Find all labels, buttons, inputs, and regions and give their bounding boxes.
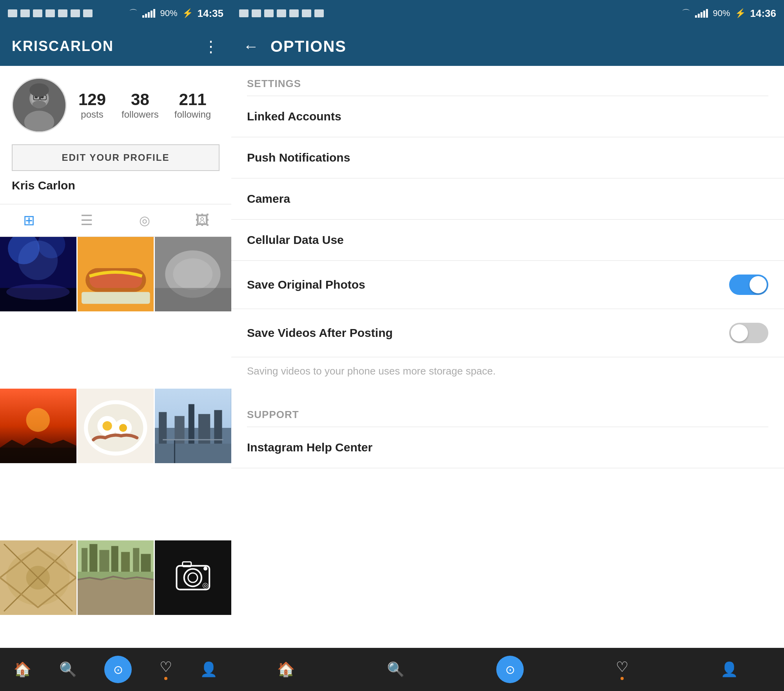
profile-name: Kris Carlon	[12, 179, 220, 192]
bottom-nav-right: 🏠 🔍 ⊙ ♡ 👤	[231, 648, 784, 691]
svg-rect-50	[89, 544, 97, 572]
save-videos-label: Save Videos After Posting	[247, 326, 393, 340]
posts-stat[interactable]: 129 posts	[78, 90, 106, 120]
wifi-icon-left: ⌒	[129, 7, 138, 19]
time-right: 14:36	[750, 7, 777, 20]
svg-rect-39	[189, 404, 194, 444]
svg-text:◎: ◎	[202, 581, 209, 589]
tagged-icon: 🖼	[195, 212, 209, 229]
tab-map[interactable]: ◎	[116, 208, 174, 233]
photo-icon	[8, 9, 17, 17]
photo-cell-9[interactable]: ◎	[155, 540, 231, 615]
photo-cell-2[interactable]	[78, 237, 154, 311]
bottom-nav-left: 🏠 🔍 ⊙ ♡ 👤	[0, 648, 231, 691]
svg-rect-53	[121, 552, 130, 571]
camera-nav-right[interactable]: ⊙	[496, 656, 524, 683]
linked-accounts-item[interactable]: Linked Accounts	[231, 96, 784, 137]
tab-grid[interactable]: ⊞	[0, 208, 58, 233]
camera-btn-left[interactable]: ⊙	[104, 656, 132, 683]
back-button[interactable]: ←	[243, 38, 259, 55]
check2-icon	[71, 9, 80, 17]
profile-stats: 129 posts 38 followers 211 following	[78, 90, 220, 120]
photo-grid: ◎	[0, 237, 231, 691]
followers-label: followers	[122, 109, 159, 120]
photo-cell-4[interactable]	[0, 389, 76, 463]
svg-point-32	[102, 421, 112, 431]
save-videos-track[interactable]	[729, 323, 768, 343]
videos-info-container: Saving videos to your phone uses more st…	[231, 357, 784, 389]
svg-rect-37	[159, 412, 167, 444]
profile-top: 129 posts 38 followers 211 following	[12, 78, 220, 133]
search-nav-right[interactable]: 🔍	[387, 661, 405, 678]
battery-percent-left: 90%	[160, 8, 177, 18]
search-icon-right: 🔍	[387, 661, 405, 678]
menu-dots-button[interactable]: ⋮	[203, 37, 220, 55]
profile-nav-right[interactable]: 👤	[720, 661, 738, 678]
followers-count: 38	[131, 90, 149, 109]
app-title: KRISCARLON	[12, 38, 114, 55]
photo-cell-1[interactable]	[0, 237, 76, 311]
status-icons-right	[239, 9, 324, 17]
options-title: OPTIONS	[270, 38, 347, 55]
followers-stat[interactable]: 38 followers	[122, 90, 159, 120]
home-nav-left[interactable]: 🏠	[14, 661, 31, 678]
svg-point-10	[29, 83, 49, 96]
home-icon-left: 🏠	[14, 661, 31, 678]
tab-list[interactable]: ☰	[58, 208, 116, 233]
svg-point-14	[18, 240, 58, 280]
likes-nav-left[interactable]: ♡	[160, 659, 172, 680]
profile-icon-right: 👤	[720, 661, 738, 678]
edit-profile-button[interactable]: EDIT YOUR PROFILE	[12, 144, 220, 171]
left-panel: ⌒ 90% ⚡ 14:35 KRISCARLON ⋮	[0, 0, 231, 691]
list-icon: ☰	[80, 212, 93, 229]
save-photos-thumb	[750, 276, 767, 293]
photo-tab-bar: ⊞ ☰ ◎ 🖼	[0, 204, 231, 237]
following-stat[interactable]: 211 following	[174, 90, 211, 120]
svg-rect-24	[155, 288, 231, 311]
svg-rect-54	[133, 548, 139, 572]
posts-label: posts	[81, 109, 103, 120]
svg-rect-20	[82, 292, 150, 304]
camera-item[interactable]: Camera	[231, 178, 784, 220]
save-photos-toggle[interactable]	[729, 275, 768, 295]
check3-icon	[83, 9, 93, 17]
svg-rect-41	[214, 410, 222, 444]
avatar-image	[13, 78, 65, 133]
heart-icon-right: ♡	[616, 659, 628, 675]
svg-point-62	[203, 567, 207, 571]
app-header-right: ← OPTIONS	[231, 27, 784, 66]
likes-nav-right[interactable]: ♡	[616, 659, 628, 680]
check-icon	[58, 9, 67, 17]
svg-point-2	[24, 111, 54, 133]
save-videos-toggle[interactable]	[729, 323, 768, 343]
likes-dot-left	[164, 677, 167, 680]
time-left: 14:35	[198, 7, 224, 20]
svg-point-9	[33, 101, 46, 108]
photo-cell-7[interactable]	[0, 540, 76, 615]
home-nav-right[interactable]: 🏠	[277, 661, 295, 678]
profile-icon-left: 👤	[200, 661, 218, 678]
save-photos-track[interactable]	[729, 275, 768, 295]
search-nav-left[interactable]: 🔍	[59, 661, 77, 678]
tab-tagged[interactable]: 🖼	[174, 208, 232, 233]
status-bar-right: ⌒ 90% ⚡ 14:36	[231, 0, 784, 27]
photo-cell-6[interactable]	[155, 389, 231, 463]
save-photos-item[interactable]: Save Original Photos	[231, 261, 784, 309]
svg-rect-49	[82, 548, 87, 572]
photo-cell-3[interactable]	[155, 237, 231, 311]
cellular-data-item[interactable]: Cellular Data Use	[231, 220, 784, 261]
camera-btn-right[interactable]: ⊙	[496, 656, 524, 683]
shazam-icon	[33, 9, 42, 17]
profile-nav-left[interactable]: 👤	[200, 661, 218, 678]
photo-cell-5[interactable]	[78, 389, 154, 463]
following-count: 211	[179, 90, 206, 109]
camera-nav-left[interactable]: ⊙	[104, 656, 132, 683]
save-videos-thumb	[731, 324, 748, 342]
photo-cell-8[interactable]	[78, 540, 154, 615]
status-right-r: ⌒ 90% ⚡ 14:36	[682, 7, 776, 20]
help-center-item[interactable]: Instagram Help Center	[231, 427, 784, 468]
lightning-left: ⚡	[182, 8, 193, 18]
push-notifications-item[interactable]: Push Notifications	[231, 137, 784, 178]
save-videos-item[interactable]: Save Videos After Posting	[231, 309, 784, 357]
likes-dot-right	[621, 677, 624, 680]
